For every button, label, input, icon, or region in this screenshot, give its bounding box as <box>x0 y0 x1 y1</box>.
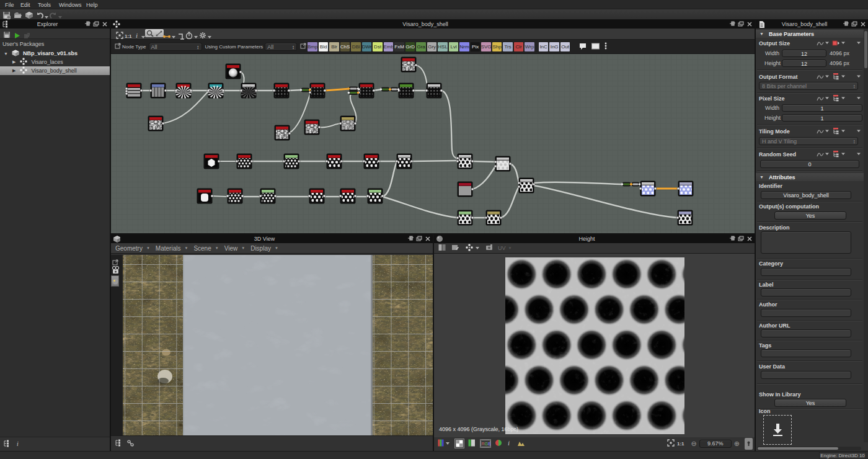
svg-text:4096 x 4096 (Grayscale, 16bpc): 4096 x 4096 (Grayscale, 16bpc) <box>439 426 518 432</box>
svg-text:1:1: 1:1 <box>125 33 132 39</box>
svg-text:i: i <box>136 32 138 39</box>
svg-text:i: i <box>508 439 510 447</box>
svg-text:1:1: 1:1 <box>677 441 684 447</box>
svg-text:i: i <box>17 440 19 447</box>
svg-text:RGB: RGB <box>482 442 491 446</box>
